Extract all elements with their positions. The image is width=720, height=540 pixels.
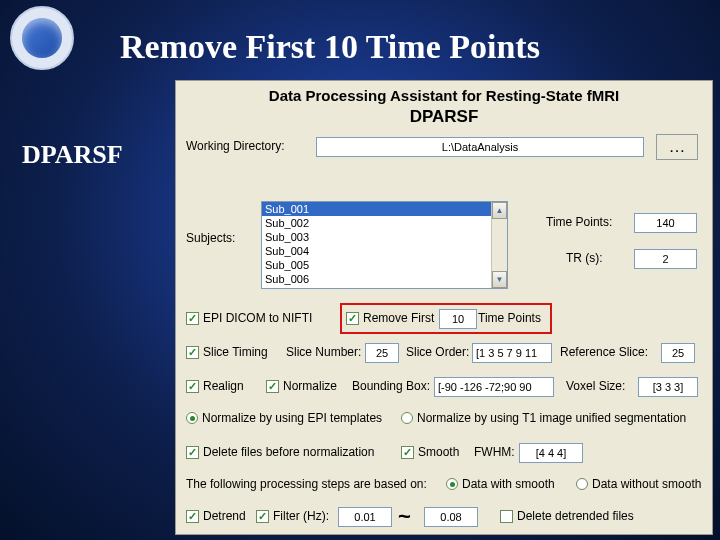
norm-t1-radio[interactable]: [401, 412, 413, 424]
dparsf-panel: Data Processing Assistant for Resting-St…: [175, 80, 713, 535]
scrollbar[interactable]: ▲ ▼: [491, 202, 507, 288]
ref-slice-label: Reference Slice:: [560, 345, 648, 359]
panel-header-2: DPARSF: [176, 107, 712, 127]
slice-order-field[interactable]: [1 3 5 7 9 11: [472, 343, 552, 363]
filter-label: Filter (Hz):: [273, 509, 329, 523]
working-dir-field[interactable]: L:\DataAnalysis: [316, 137, 644, 157]
without-smooth-radio[interactable]: [576, 478, 588, 490]
dparsf-label: DPARSF: [22, 140, 123, 170]
timepoints-field[interactable]: 140: [634, 213, 697, 233]
delete-detrended-label: Delete detrended files: [517, 509, 634, 523]
list-item[interactable]: Sub_001: [262, 202, 507, 216]
slice-number-field[interactable]: 25: [365, 343, 399, 363]
steps-based-label: The following processing steps are based…: [186, 477, 427, 491]
with-smooth-radio[interactable]: [446, 478, 458, 490]
list-item[interactable]: Sub_006: [262, 272, 507, 286]
fwhm-field[interactable]: [4 4 4]: [519, 443, 583, 463]
tr-field[interactable]: 2: [634, 249, 697, 269]
delete-pre-checkbox[interactable]: [186, 446, 199, 459]
list-item[interactable]: Sub_004: [262, 244, 507, 258]
smooth-label: Smooth: [418, 445, 459, 459]
epi-nifti-checkbox[interactable]: [186, 312, 199, 325]
tilde-icon: ~: [390, 504, 419, 530]
delete-detrended-checkbox[interactable]: [500, 510, 513, 523]
fwhm-label: FWHM:: [474, 445, 515, 459]
bbox-field[interactable]: [-90 -126 -72;90 90: [434, 377, 554, 397]
browse-button[interactable]: …: [656, 134, 698, 160]
timepoints-label: Time Points:: [546, 215, 612, 229]
realign-label: Realign: [203, 379, 244, 393]
tr-label: TR (s):: [566, 251, 603, 265]
filter-low-field[interactable]: 0.01: [338, 507, 392, 527]
without-smooth-label: Data without smooth: [592, 477, 701, 491]
slice-timing-checkbox[interactable]: [186, 346, 199, 359]
voxel-label: Voxel Size:: [566, 379, 625, 393]
voxel-field[interactable]: [3 3 3]: [638, 377, 698, 397]
bbox-label: Bounding Box:: [352, 379, 430, 393]
scroll-up-icon[interactable]: ▲: [492, 202, 507, 219]
filter-high-field[interactable]: 0.08: [424, 507, 478, 527]
ref-slice-field[interactable]: 25: [661, 343, 695, 363]
with-smooth-label: Data with smooth: [462, 477, 555, 491]
working-dir-label: Working Directory:: [186, 139, 284, 153]
normalize-label: Normalize: [283, 379, 337, 393]
slice-timing-label: Slice Timing: [203, 345, 268, 359]
epi-nifti-label: EPI DICOM to NIFTI: [203, 311, 312, 325]
list-item[interactable]: Sub_002: [262, 216, 507, 230]
list-item[interactable]: Sub_003: [262, 230, 507, 244]
slice-number-label: Slice Number:: [286, 345, 361, 359]
smooth-checkbox[interactable]: [401, 446, 414, 459]
detrend-checkbox[interactable]: [186, 510, 199, 523]
normalize-checkbox[interactable]: [266, 380, 279, 393]
realign-checkbox[interactable]: [186, 380, 199, 393]
delete-pre-label: Delete files before normalization: [203, 445, 374, 459]
detrend-label: Detrend: [203, 509, 246, 523]
norm-t1-label: Normalize by using T1 image unified segm…: [417, 411, 686, 425]
norm-epi-label: Normalize by using EPI templates: [202, 411, 382, 425]
filter-checkbox[interactable]: [256, 510, 269, 523]
list-item[interactable]: Sub_005: [262, 258, 507, 272]
subjects-label: Subjects:: [186, 231, 235, 245]
slide-title: Remove First 10 Time Points: [120, 28, 700, 66]
scroll-down-icon[interactable]: ▼: [492, 271, 507, 288]
brain-logo: [10, 6, 74, 70]
subjects-list[interactable]: Sub_001 Sub_002 Sub_003 Sub_004 Sub_005 …: [261, 201, 508, 289]
panel-header-1: Data Processing Assistant for Resting-St…: [176, 87, 712, 104]
highlight-box: [340, 303, 552, 334]
norm-epi-radio[interactable]: [186, 412, 198, 424]
slice-order-label: Slice Order:: [406, 345, 469, 359]
